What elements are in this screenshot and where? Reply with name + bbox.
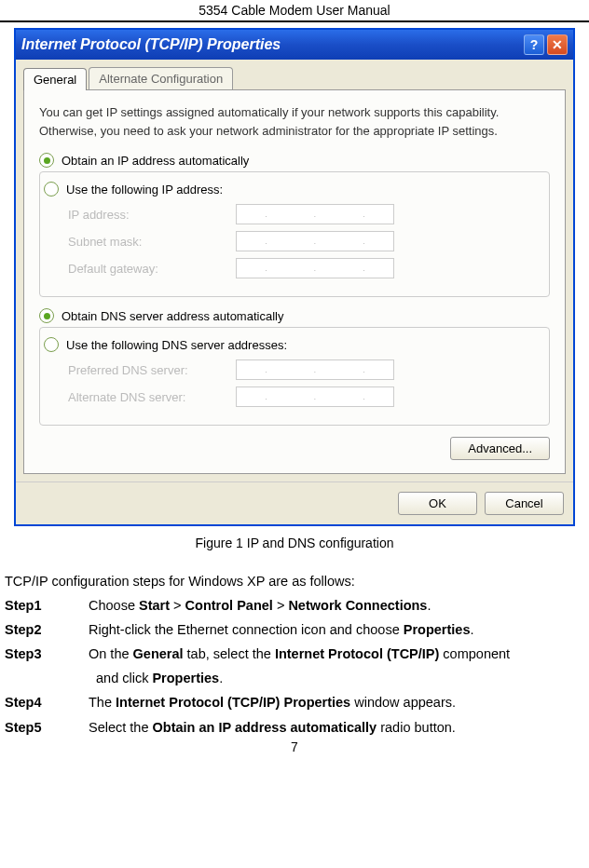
step-body: On the General tab, select the Internet … bbox=[89, 642, 584, 666]
step-body: Choose Start > Control Panel > Network C… bbox=[89, 593, 584, 617]
advanced-button[interactable]: Advanced... bbox=[450, 437, 550, 460]
step-2: Step2 Right-click the Ethernet connectio… bbox=[5, 617, 584, 642]
radio-use-following-dns[interactable]: Use the following DNS server addresses: bbox=[44, 337, 536, 352]
text: Right-click the Ethernet connection icon… bbox=[89, 622, 404, 637]
bold: General bbox=[133, 646, 184, 661]
bold: Control Panel bbox=[185, 598, 273, 613]
text: On the bbox=[89, 646, 133, 661]
radio-icon bbox=[44, 337, 59, 352]
subnet-mask-label: Subnet mask: bbox=[68, 235, 236, 249]
bold: Properties bbox=[152, 671, 219, 685]
default-gateway-input[interactable]: ... bbox=[236, 258, 394, 278]
step-1: Step1 Choose Start > Control Panel > Net… bbox=[5, 593, 584, 617]
radio-icon bbox=[44, 182, 59, 197]
tcpip-properties-dialog: Internet Protocol (TCP/IP) Properties ? … bbox=[14, 28, 575, 526]
step-label: Step2 bbox=[5, 617, 89, 642]
tabs-row: General Alternate Configuration bbox=[23, 67, 566, 89]
alternate-dns-label: Alternate DNS server: bbox=[68, 390, 236, 404]
step-3-cont: and click Properties. bbox=[5, 666, 584, 690]
intro-text: You can get IP settings assigned automat… bbox=[39, 103, 550, 140]
tab-alternate-configuration[interactable]: Alternate Configuration bbox=[89, 67, 233, 89]
ip-address-input[interactable]: ... bbox=[236, 204, 394, 224]
text: The bbox=[89, 695, 116, 710]
step-5: Step5 Select the Obtain an IP address au… bbox=[5, 715, 584, 739]
bold: Properties bbox=[404, 622, 471, 637]
step-body: and click Properties. bbox=[89, 666, 584, 690]
tab-general[interactable]: General bbox=[23, 68, 87, 90]
ip-address-label: IP address: bbox=[68, 208, 236, 222]
step-3: Step3 On the General tab, select the Int… bbox=[5, 642, 584, 666]
ip-address-row: IP address: ... bbox=[68, 204, 536, 224]
alternate-dns-row: Alternate DNS server: ... bbox=[68, 387, 536, 407]
radio-label: Obtain DNS server address automatically bbox=[62, 309, 283, 323]
cancel-button[interactable]: Cancel bbox=[485, 492, 564, 515]
preferred-dns-label: Preferred DNS server: bbox=[68, 363, 236, 377]
step-label: Step4 bbox=[5, 690, 89, 714]
bold: Start bbox=[139, 598, 170, 613]
subnet-mask-input[interactable]: ... bbox=[236, 231, 394, 251]
step-label: Step1 bbox=[5, 593, 89, 617]
step-body: Right-click the Ethernet connection icon… bbox=[89, 617, 584, 642]
tab-panel: You can get IP settings assigned automat… bbox=[23, 89, 566, 474]
step-4: Step4 The Internet Protocol (TCP/IP) Pro… bbox=[5, 690, 584, 714]
figure-caption: Figure 1 IP and DNS configuration bbox=[0, 536, 589, 550]
step-body: The Internet Protocol (TCP/IP) Propertie… bbox=[89, 690, 584, 714]
ok-button[interactable]: OK bbox=[398, 492, 477, 515]
advanced-row: Advanced... bbox=[39, 437, 550, 460]
manual-dns-fieldset: Use the following DNS server addresses: … bbox=[39, 327, 550, 426]
dialog-buttons: OK Cancel bbox=[16, 481, 573, 524]
preferred-dns-row: Preferred DNS server: ... bbox=[68, 359, 536, 380]
text: Choose bbox=[89, 598, 139, 613]
text: component bbox=[439, 646, 510, 661]
preferred-dns-input[interactable]: ... bbox=[236, 359, 394, 380]
text: tab, select the bbox=[184, 646, 275, 661]
radio-obtain-dns-auto[interactable]: Obtain DNS server address automatically bbox=[39, 308, 550, 323]
text: and click bbox=[96, 671, 152, 685]
text: window appears. bbox=[350, 695, 456, 710]
text: . bbox=[219, 671, 223, 685]
default-gateway-label: Default gateway: bbox=[68, 262, 236, 276]
text: > bbox=[273, 598, 289, 613]
default-gateway-row: Default gateway: ... bbox=[68, 258, 536, 278]
radio-label: Use the following DNS server addresses: bbox=[66, 338, 287, 352]
radio-icon bbox=[39, 153, 54, 168]
bold: Network Connections bbox=[288, 598, 427, 613]
titlebar: Internet Protocol (TCP/IP) Properties ? … bbox=[16, 30, 573, 60]
text: . bbox=[470, 622, 473, 637]
manual-ip-fieldset: Use the following IP address: IP address… bbox=[39, 171, 550, 297]
radio-icon bbox=[39, 308, 54, 323]
steps-intro: TCP/IP configuration steps for Windows X… bbox=[5, 569, 584, 593]
step-label bbox=[5, 666, 89, 690]
step-label: Step5 bbox=[5, 715, 89, 739]
content-body: TCP/IP configuration steps for Windows X… bbox=[0, 569, 589, 739]
bold: Obtain an IP address automatically bbox=[153, 720, 377, 735]
radio-label: Obtain an IP address automatically bbox=[62, 154, 249, 168]
subnet-mask-row: Subnet mask: ... bbox=[68, 231, 536, 251]
bold: Internet Protocol (TCP/IP) Properties bbox=[116, 695, 350, 710]
text: > bbox=[170, 598, 185, 613]
text: Select the bbox=[89, 720, 153, 735]
radio-label: Use the following IP address: bbox=[66, 183, 223, 197]
alternate-dns-input[interactable]: ... bbox=[236, 387, 394, 407]
step-label: Step3 bbox=[5, 642, 89, 666]
text: radio button. bbox=[377, 720, 456, 735]
document-title: 5354 Cable Modem User Manual bbox=[0, 0, 589, 22]
radio-use-following-ip[interactable]: Use the following IP address: bbox=[44, 182, 536, 197]
help-button[interactable]: ? bbox=[524, 34, 544, 55]
bold: Internet Protocol (TCP/IP) bbox=[275, 646, 439, 661]
radio-obtain-ip-auto[interactable]: Obtain an IP address automatically bbox=[39, 153, 550, 168]
step-body: Select the Obtain an IP address automati… bbox=[89, 715, 584, 739]
close-button[interactable]: ✕ bbox=[547, 34, 568, 55]
page-number: 7 bbox=[0, 739, 589, 754]
text: . bbox=[427, 598, 431, 613]
titlebar-text: Internet Protocol (TCP/IP) Properties bbox=[21, 36, 521, 53]
